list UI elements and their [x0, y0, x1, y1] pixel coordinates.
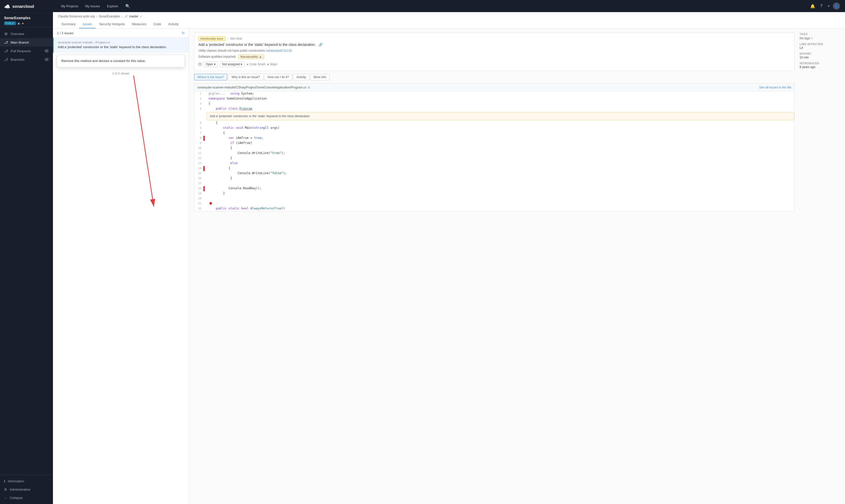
- sidebar-label-overview: Overview: [11, 32, 24, 36]
- pr-icon: ⎇: [4, 49, 8, 53]
- breadcrumb: Claudia Sonarova azdo org › SonarExample…: [58, 15, 840, 18]
- star-icon: ★: [21, 22, 24, 25]
- issues-list: sonarqube-scanner-msbuild/.../Program.cs…: [53, 38, 189, 504]
- issues-list-panel: 1 / 2 issues ↻ sonarqube-scanner-msbuild…: [53, 29, 189, 504]
- breadcrumb-project[interactable]: SonarExamples: [98, 15, 120, 18]
- gear-icon: ⚙: [4, 488, 7, 491]
- see-all-issues-link[interactable]: See all issues in this file: [759, 86, 791, 89]
- issue-file-path: sonarqube-scanner-msbuild/.../Program.cs: [58, 41, 185, 44]
- breadcrumb-org[interactable]: Claudia Sonarova azdo org: [58, 15, 94, 18]
- issue-detail-header: Intentionality issue | Not clear Add a '…: [194, 33, 795, 71]
- create-button[interactable]: +: [826, 2, 832, 10]
- issue-item-1[interactable]: sonarqube-scanner-msbuild/.../Program.cs…: [53, 38, 189, 53]
- issues-layout: 1 / 2 issues ↻ sonarqube-scanner-msbuild…: [53, 29, 845, 504]
- code-line-10: 10 {: [194, 146, 794, 151]
- branches-icon: ⎇: [4, 57, 8, 61]
- code-line-3: 3 {: [194, 102, 794, 107]
- sidebar-label-branches: Branches: [11, 58, 24, 61]
- branches-badge: 3: [44, 58, 49, 61]
- issue-main-title: Add a 'protected' constructor or the 'st…: [198, 42, 790, 47]
- issue-metadata-sidebar: Tags No tags + Line affected L4 Effort 1…: [799, 33, 840, 212]
- sidebar-item-pull-requests[interactable]: ⎇ Pull Requests 0: [0, 47, 53, 55]
- effort-label: Effort: [799, 52, 840, 55]
- tab-issue-activity[interactable]: Activity: [293, 74, 309, 80]
- breadcrumb-branch-icon: ⎇: [124, 15, 128, 18]
- sidebar-label-information: Information: [8, 479, 24, 483]
- issue-controls: Open ▾ Not assigned ▾ ● Code Smell: [198, 61, 790, 67]
- issues-shown-label: 2 of 2 shown: [53, 69, 189, 78]
- sidebar-logo: ☁️ sonarcloud: [0, 0, 53, 13]
- tab-code[interactable]: Code: [150, 20, 165, 29]
- tab-where-is-issue[interactable]: Where is the issue?: [194, 74, 227, 80]
- rule-link[interactable]: csharpsquid:S1118: [266, 49, 292, 52]
- sidebar-label-collapse: Collapse: [10, 496, 23, 500]
- copy-icon[interactable]: ⧉: [308, 86, 310, 89]
- code-line-15: 15 Console.WriteLine("false");: [194, 171, 794, 176]
- sidebar: ☁️ sonarcloud SonarExamples PUBLIC ◉ ★ ⊞…: [0, 0, 53, 504]
- assignee-chevron-icon: ▾: [241, 62, 242, 66]
- status-dropdown[interactable]: Open ▾: [203, 61, 218, 67]
- code-line-5: 5 {: [194, 121, 794, 126]
- code-file-path: sonarqube-scanner-msbuild/CSharpProject/…: [197, 86, 310, 89]
- topnav-my-issues[interactable]: My Issues: [82, 3, 103, 10]
- public-badge: PUBLIC: [4, 21, 16, 25]
- code-line-20: 20: [194, 196, 794, 201]
- tab-more-info[interactable]: More info: [310, 74, 329, 80]
- code-line-12: 12 }: [194, 156, 794, 161]
- assignee-dropdown[interactable]: Not assigned ▾: [220, 61, 245, 67]
- search-button[interactable]: 🔍: [123, 2, 132, 10]
- tab-security-hotspots[interactable]: Security Hotspots: [95, 20, 128, 29]
- code-file-header: sonarqube-scanner-msbuild/CSharpProject/…: [194, 84, 794, 91]
- code-line-22: 22 public static bool AlwaysReturnsTrue(…: [194, 206, 794, 212]
- app-title: sonarcloud: [12, 4, 34, 9]
- sidebar-item-collapse[interactable]: ← Collapse: [0, 494, 53, 502]
- topnav-explore[interactable]: Explore: [104, 3, 121, 10]
- sidebar-item-main-branch[interactable]: ⎇ Main Branch: [0, 38, 53, 47]
- code-line-11: 11 Console.WriteLine("true");: [194, 151, 794, 156]
- collapse-icon: ←: [4, 496, 7, 500]
- issue-clarity: Not clear: [230, 37, 242, 40]
- code-line-17: 17: [194, 181, 794, 186]
- issue-description: Utility classes should not have public c…: [198, 49, 790, 52]
- detail-main: Intentionality issue | Not clear Add a '…: [194, 33, 840, 212]
- user-avatar[interactable]: 👤: [833, 2, 840, 10]
- sidebar-item-overview[interactable]: ⊞ Overview: [0, 30, 53, 38]
- tab-activity[interactable]: Activity: [165, 20, 182, 29]
- code-line-1: 1 gigleu... using System;: [194, 91, 794, 96]
- issue-detail-tabs: Where is the issue? Why is this an issue…: [194, 74, 795, 80]
- chevron-down-icon: ▾: [214, 62, 216, 66]
- tab-issues[interactable]: Issues: [79, 20, 96, 29]
- tab-why-issue[interactable]: Why is this an issue?: [228, 74, 263, 80]
- issues-list-header: 1 / 2 issues ↻: [53, 29, 189, 38]
- issue-tag: Intentionality issue: [198, 36, 226, 41]
- grid-icon: ⊞: [4, 32, 8, 36]
- quality-icon: ▲: [259, 55, 262, 58]
- tab-how-fix[interactable]: How can I fix it?: [264, 74, 292, 80]
- code-line-18: 18 Console.ReadKey();: [194, 186, 794, 191]
- sidebar-item-administration[interactable]: ⚙ Administration: [0, 485, 53, 494]
- sidebar-item-information[interactable]: ℹ Information: [0, 477, 53, 485]
- line-affected-label: Line affected: [799, 42, 840, 46]
- introduced-label: Introduced: [799, 62, 840, 65]
- tab-summary[interactable]: Summary: [58, 20, 79, 29]
- link-icon[interactable]: 🔗: [318, 42, 323, 47]
- sidebar-project: SonarExamples PUBLIC ◉ ★: [0, 13, 53, 28]
- tab-measures[interactable]: Measures: [128, 20, 150, 29]
- issues-count: 1 / 2 issues: [57, 31, 74, 35]
- refresh-button[interactable]: ↻: [182, 31, 185, 35]
- sidebar-item-branches[interactable]: ⎇ Branches 3: [0, 55, 53, 64]
- project-badges: PUBLIC ◉ ★: [4, 21, 49, 25]
- notifications-button[interactable]: 🔔: [808, 2, 817, 10]
- sidebar-label-pull-requests: Pull Requests: [11, 49, 31, 53]
- topnav-my-projects[interactable]: My Projects: [58, 3, 81, 10]
- issue-detail-panel: Intentionality issue | Not clear Add a '…: [189, 29, 845, 504]
- severity-tag: ● Major: [267, 62, 277, 66]
- code-line-13: 13 else: [194, 161, 794, 166]
- add-tag-button[interactable]: +: [811, 37, 813, 40]
- branch-icon: ⎇: [4, 40, 8, 44]
- code-line-19: 19 }: [194, 191, 794, 196]
- help-button[interactable]: ?: [818, 2, 825, 10]
- code-line-7: 7 {: [194, 131, 794, 136]
- info-icon: ℹ: [4, 479, 5, 483]
- sidebar-label-administration: Administration: [10, 488, 30, 491]
